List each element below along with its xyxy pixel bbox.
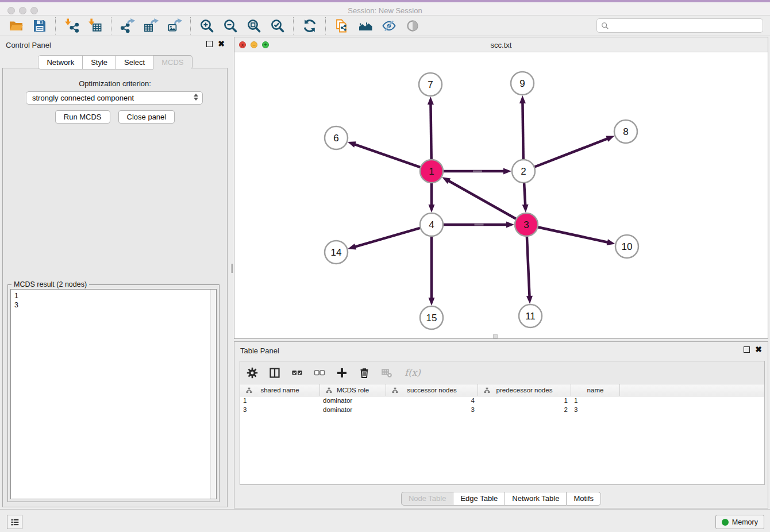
node-label: 7 (428, 79, 433, 90)
open-session-icon[interactable] (8, 18, 24, 33)
tab-network[interactable]: Network (38, 55, 82, 70)
search-icon (601, 22, 609, 30)
table-tabs: Node TableEdge TableNetwork TableMotifs (234, 492, 768, 506)
edge-1-6[interactable] (354, 144, 421, 168)
edge-2-9[interactable] (522, 102, 523, 160)
show-graphics-details-icon[interactable] (405, 18, 420, 33)
mcds-tab-content: Optimization criterion: strongly connect… (2, 68, 228, 507)
search-input[interactable] (612, 19, 763, 32)
tab-style[interactable]: Style (82, 55, 116, 70)
export-image-icon[interactable] (167, 18, 182, 33)
float-table-panel-icon[interactable] (744, 346, 750, 353)
toggle-panel-icon[interactable] (268, 367, 281, 379)
table-cell[interactable]: 3 (240, 406, 320, 415)
function-builder-icon: f(x) (403, 367, 422, 379)
export-table-icon[interactable] (143, 18, 159, 33)
tab-node-table[interactable]: Node Table (401, 492, 453, 506)
table-cell[interactable]: dominator (320, 406, 386, 415)
close-panel-icon[interactable]: ✖ (218, 41, 225, 47)
column-label: predecessor nodes (496, 387, 553, 394)
delete-column-icon[interactable] (358, 367, 371, 379)
deselect-all-rows-icon[interactable] (313, 367, 326, 379)
column-label: successor nodes (407, 387, 456, 394)
edge-3-11[interactable] (527, 236, 530, 297)
select-all-rows-icon[interactable] (291, 367, 303, 379)
edge-3-1[interactable] (448, 180, 517, 219)
status-bar: Memory (0, 509, 770, 532)
table-cell[interactable]: 4 (386, 396, 478, 406)
column-header-shared-name[interactable]: shared name (240, 384, 320, 396)
arrowhead-icon (429, 205, 435, 213)
mcds-result-title: MCDS result (2 nodes) (11, 280, 89, 288)
table-cell[interactable]: dominator (320, 396, 386, 406)
tab-edge-table[interactable]: Edge Table (453, 492, 505, 506)
table-cell[interactable]: 3 (571, 406, 620, 415)
column-header-predecessor-nodes[interactable]: predecessor nodes (478, 384, 571, 396)
first-neighbors-icon[interactable] (357, 18, 373, 33)
table-toolbar: f(x) (240, 361, 764, 384)
tab-select[interactable]: Select (116, 55, 153, 70)
table-row[interactable]: 3dominator323 (240, 406, 764, 415)
result-scrollbar[interactable] (210, 290, 216, 499)
close-panel-button[interactable]: Close panel (118, 110, 175, 124)
zoom-out-icon[interactable] (222, 18, 238, 33)
import-table-icon[interactable] (87, 18, 103, 33)
column-header-name[interactable]: name (571, 384, 620, 396)
search-box[interactable] (596, 18, 763, 33)
arrowhead-icon (442, 177, 451, 184)
close-table-panel-icon[interactable]: ✖ (755, 346, 762, 353)
memory-button[interactable]: Memory (715, 515, 764, 529)
task-history-button[interactable] (7, 515, 22, 529)
tab-network-table[interactable]: Network Table (505, 492, 566, 506)
arrowhead-icon (519, 95, 526, 103)
import-network-icon[interactable] (64, 18, 79, 33)
tab-motifs[interactable]: Motifs (566, 492, 601, 506)
network-window-titlebar[interactable]: x – + scc.txt (234, 37, 768, 52)
network-from-selection-icon[interactable] (334, 18, 349, 33)
table-body: 1dominator4113dominator323 (240, 396, 764, 484)
add-column-icon[interactable] (336, 367, 348, 379)
canvas-resize-grip[interactable] (493, 334, 498, 338)
dropdown-value: strongly connected component (32, 94, 134, 102)
edge-3-10[interactable] (538, 227, 609, 242)
hierarchy-icon (243, 387, 249, 394)
zoom-in-icon[interactable] (199, 18, 214, 33)
table-cell[interactable]: 1 (478, 396, 571, 406)
run-mcds-button[interactable]: Run MCDS (55, 110, 110, 124)
mcds-result-text[interactable]: 13 (10, 289, 217, 499)
table-cell[interactable]: 2 (478, 406, 571, 415)
zoom-fit-icon[interactable] (246, 18, 261, 33)
float-panel-icon[interactable] (206, 41, 213, 47)
arrowhead-icon (428, 97, 434, 105)
column-header-successor-nodes[interactable]: successor nodes (386, 384, 478, 396)
control-panel: Control Panel ✖ NetworkStyleSelectMCDS O… (0, 36, 230, 509)
table-settings-icon[interactable] (246, 367, 259, 379)
node-label: 4 (429, 219, 434, 230)
save-session-icon[interactable] (32, 18, 47, 33)
edge-1-7[interactable] (430, 103, 431, 160)
network-graph[interactable]: 7968124314101511 (234, 52, 768, 338)
table-cell[interactable]: 1 (571, 396, 620, 406)
optimization-dropdown[interactable]: strongly connected component (26, 91, 203, 105)
edge-4-14[interactable] (355, 228, 421, 247)
app-titlebar: Session: New Session (0, 0, 770, 16)
network-canvas[interactable]: 7968124314101511 (234, 52, 768, 338)
tab-mcds[interactable]: MCDS (153, 55, 192, 70)
zoom-selected-icon[interactable] (270, 18, 285, 33)
table-cell[interactable]: 1 (240, 396, 320, 406)
table-row[interactable]: 1dominator411 (240, 396, 764, 406)
result-line: 1 (14, 291, 216, 300)
edge-2-8[interactable] (534, 138, 609, 167)
dropdown-stepper-icon (194, 94, 198, 101)
edge-2-3[interactable] (524, 183, 525, 206)
table-cell[interactable]: 3 (386, 406, 478, 415)
arrowhead-icon (348, 244, 356, 250)
apply-layout-icon[interactable] (302, 18, 317, 33)
arrowhead-icon (429, 298, 435, 306)
table-panel: Table Panel ✖ f(x) shared nameMCDS roles… (234, 341, 768, 508)
control-panel-title: Control Panel (6, 41, 51, 49)
column-header-MCDS-role[interactable]: MCDS role (320, 384, 386, 396)
export-network-icon[interactable] (120, 18, 135, 33)
hide-graphics-details-icon[interactable] (381, 18, 396, 33)
arrowhead-icon (606, 136, 614, 142)
